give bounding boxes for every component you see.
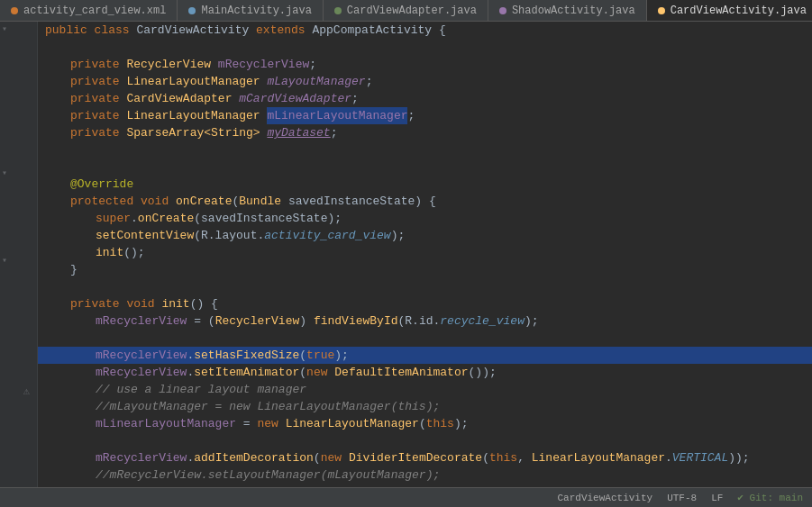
status-item-class: CardViewActivity [558,493,653,503]
code-line-7: private SparseArray<String> myDataset; [38,124,812,141]
code-line-13: setContentView(R.layout.activity_card_vi… [38,227,812,244]
gutter-8 [0,122,30,137]
status-item-encoding: UTF-8 [667,493,697,503]
code-line-28: mRecyclerView.setLayoutManager(mLinearLa… [38,484,812,487]
code-line-20: mRecyclerView.setHasFixedSize(true); [38,347,812,364]
gutter-24 [0,354,30,368]
code-line-17: private void init() { [38,295,812,312]
code-line-14: init(); [38,244,812,261]
code-line-25 [38,432,812,449]
status-bar: CardViewActivity UTF-8 LF ✔ Git: main [0,487,812,507]
code-line-26: mRecyclerView.addItemDecoration(new Divi… [38,449,812,466]
code-line-21: mRecyclerView.setItemAnimator(new Defaul… [38,364,812,381]
status-item-line-ending: LF [711,493,723,503]
tab-label-2: MainActivity.java [201,5,311,17]
gutter-17: ▾ [0,253,30,267]
gutter-27 [0,401,30,415]
gutter-25 [0,369,30,384]
gutter-23 [0,340,30,354]
code-line-11: protected void onCreate(Bundle savedInst… [38,193,812,210]
code-line-16 [38,278,812,295]
code-line-8 [38,141,812,158]
gutter-6 [0,94,30,108]
gutter-31 [0,458,30,473]
tab-dot-5 [658,7,665,14]
status-encoding: UTF-8 [667,493,697,503]
gutter-15 [0,224,30,239]
tab-card-view-activity-java[interactable]: CardViewActivity.java [647,0,812,21]
tab-label-3: CardViewAdapter.java [347,5,477,17]
tab-label-5: CardViewActivity.java [671,5,807,17]
tab-bar: activity_card_view.xml MainActivity.java… [0,0,812,22]
gutter-7 [0,108,30,122]
status-item-git: ✔ Git: main [737,492,803,503]
status-git: ✔ Git: main [737,492,803,503]
code-line-3: private RecyclerView mRecyclerView; [38,56,812,73]
tab-shadow-activity-java[interactable]: ShadowActivity.java [488,0,647,21]
tab-dot-4 [499,7,506,14]
code-line-4: private LinearLayoutManager mLayoutManag… [38,73,812,90]
gutter-30 [0,444,30,458]
gutter-18 [0,267,30,282]
code-line-2 [38,39,812,56]
gutter-5 [0,79,30,94]
tab-dot-3 [334,7,342,14]
gutter-14 [0,210,30,224]
status-class-label: CardViewActivity [558,493,653,503]
tab-card-view-adapter-java[interactable]: CardViewAdapter.java [324,0,488,21]
code-editor: ▾ ▾ ▾ ⚠ public class [0,22,812,487]
code-line-10: @Override [38,176,812,193]
tab-label-4: ShadowActivity.java [512,5,635,17]
gutter-11: ▾ [0,167,30,181]
code-line-1: public class CardViewActivity extends Ap… [38,22,812,39]
tab-dot-2 [188,7,196,14]
code-line-9 [38,158,812,176]
code-content[interactable]: public class CardViewActivity extends Ap… [38,22,812,487]
gutter-9 [0,138,30,152]
tab-activity-card-view-xml[interactable]: activity_card_view.xml [0,0,178,21]
code-line-6: private LinearLayoutManager mLinearLayou… [38,107,812,124]
gutter-28 [0,415,30,430]
gutter-3 [0,50,30,65]
gutter-21 [0,311,30,325]
gutter-22 [0,325,30,340]
code-line-12: super.onCreate(savedInstanceState); [38,210,812,227]
gutter-4 [0,65,30,79]
gutter-13 [0,195,30,210]
line-number-gutter: ▾ ▾ ▾ ⚠ [0,22,38,487]
status-line-ending: LF [711,493,723,503]
code-line-24: mLinearLayoutManager = new LinearLayoutM… [38,415,812,432]
tab-label-1: activity_card_view.xml [23,5,166,17]
gutter-1: ▾ [0,22,30,36]
code-line-15: } [38,261,812,278]
code-line-23: //mLayoutManager = new LinearLayoutManag… [38,398,812,415]
gutter-12 [0,181,30,195]
code-line-18: mRecyclerView = (RecyclerView) findViewB… [38,312,812,330]
gutter-19 [0,282,30,296]
gutter-29 [0,430,30,444]
code-line-19 [38,330,812,347]
code-line-27: //mRecyclerView.setLayoutManager(mLayout… [38,466,812,484]
gutter-32 [0,473,30,487]
gutter-20 [0,296,30,311]
tab-main-activity-java[interactable]: MainActivity.java [178,0,323,21]
gutter-26: ⚠ [0,384,30,401]
code-line-5: private CardViewAdapter mCardViewAdapter… [38,90,812,107]
code-line-22: // use a linear layout manager [38,381,812,398]
gutter-2 [0,36,30,50]
tab-dot-1 [11,7,18,14]
